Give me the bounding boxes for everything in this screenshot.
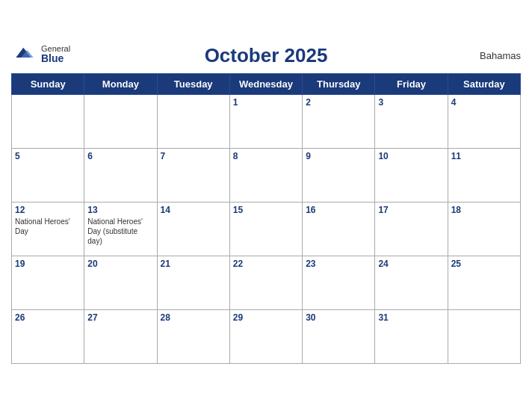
header-wednesday: Wednesday <box>229 73 302 94</box>
header-tuesday: Tuesday <box>157 73 229 94</box>
day-number: 25 <box>451 259 517 269</box>
logo-icon <box>11 46 38 61</box>
day-number: 17 <box>378 205 444 215</box>
calendar-cell: 14 <box>157 202 229 256</box>
day-number: 1 <box>233 97 299 108</box>
day-number: 3 <box>378 97 444 108</box>
week-row-4: 19202122232425 <box>12 256 521 309</box>
calendar-cell: 4 <box>448 94 520 148</box>
calendar-cell: 18 <box>448 202 520 256</box>
week-row-5: 262728293031 <box>12 309 521 363</box>
header-saturday: Saturday <box>448 73 520 94</box>
calendar-cell: 16 <box>303 202 375 256</box>
month-year-title: October 2025 <box>205 44 328 67</box>
day-number: 28 <box>161 312 226 323</box>
calendar-cell: 7 <box>157 148 229 202</box>
day-number: 14 <box>161 205 226 215</box>
calendar-cell: 22 <box>229 256 302 309</box>
day-number: 4 <box>451 97 517 108</box>
day-number: 30 <box>306 312 371 323</box>
day-number: 6 <box>87 151 153 161</box>
calendar-cell: 6 <box>84 148 157 202</box>
calendar-header: General Blue October 2025 Bahamas <box>11 44 521 67</box>
day-number: 20 <box>87 259 153 269</box>
calendar-cell: 25 <box>448 256 520 309</box>
logo-area: General Blue <box>11 44 70 64</box>
day-number: 27 <box>87 312 153 323</box>
day-number: 31 <box>378 312 444 323</box>
day-number: 8 <box>233 151 299 161</box>
holiday-text: National Heroes' Day (substitute day) <box>87 217 153 246</box>
header-sunday: Sunday <box>12 73 84 94</box>
day-number: 12 <box>15 205 81 215</box>
calendar-cell: 11 <box>448 148 520 202</box>
calendar-cell: 9 <box>303 148 375 202</box>
day-number: 22 <box>233 259 299 269</box>
calendar-cell <box>448 309 520 363</box>
calendar-cell: 1 <box>229 94 302 148</box>
calendar-cell <box>84 94 157 148</box>
calendar-cell: 19 <box>12 256 84 309</box>
day-number: 11 <box>451 151 517 161</box>
holiday-text: National Heroes' Day <box>15 217 81 236</box>
calendar-cell: 23 <box>303 256 375 309</box>
week-row-1: 1234 <box>12 94 521 148</box>
day-number: 7 <box>161 151 226 161</box>
calendar-cell: 8 <box>229 148 302 202</box>
calendar-cell: 17 <box>375 202 448 256</box>
day-number: 23 <box>306 259 371 269</box>
day-number: 18 <box>451 205 517 215</box>
calendar-cell: 26 <box>12 309 84 363</box>
calendar-cell: 12National Heroes' Day <box>12 202 84 256</box>
day-number: 5 <box>15 151 81 161</box>
calendar-cell: 27 <box>84 309 157 363</box>
header-monday: Monday <box>84 73 157 94</box>
day-number: 9 <box>306 151 371 161</box>
calendar-cell: 3 <box>375 94 448 148</box>
calendar-cell <box>157 94 229 148</box>
calendar-cell: 13National Heroes' Day (substitute day) <box>84 202 157 256</box>
day-number: 19 <box>15 259 81 269</box>
calendar-cell <box>12 94 84 148</box>
calendar-cell: 10 <box>375 148 448 202</box>
week-row-2: 567891011 <box>12 148 521 202</box>
calendar-cell: 30 <box>303 309 375 363</box>
week-row-3: 12National Heroes' Day13National Heroes'… <box>12 202 521 256</box>
calendar-cell: 5 <box>12 148 84 202</box>
weekday-header-row: Sunday Monday Tuesday Wednesday Thursday… <box>12 73 521 94</box>
day-number: 2 <box>306 97 371 108</box>
calendar-table: Sunday Monday Tuesday Wednesday Thursday… <box>11 73 521 364</box>
day-number: 24 <box>378 259 444 269</box>
day-number: 15 <box>233 205 299 215</box>
day-number: 13 <box>87 205 153 215</box>
calendar-cell: 15 <box>229 202 302 256</box>
logo-text-area: General Blue <box>41 44 70 64</box>
day-number: 10 <box>378 151 444 161</box>
calendar-cell: 28 <box>157 309 229 363</box>
day-number: 29 <box>233 312 299 323</box>
header-thursday: Thursday <box>303 73 375 94</box>
logo-blue-text: Blue <box>41 53 70 64</box>
calendar-cell: 20 <box>84 256 157 309</box>
day-number: 16 <box>306 205 371 215</box>
calendar-wrapper: General Blue October 2025 Bahamas Sunday… <box>0 37 532 375</box>
calendar-cell: 2 <box>303 94 375 148</box>
calendar-cell: 31 <box>375 309 448 363</box>
logo-general-text: General <box>41 44 70 53</box>
day-number: 21 <box>161 259 226 269</box>
day-number: 26 <box>15 312 81 323</box>
header-friday: Friday <box>375 73 448 94</box>
country-label: Bahamas <box>480 50 521 61</box>
calendar-cell: 21 <box>157 256 229 309</box>
calendar-cell: 29 <box>229 309 302 363</box>
calendar-cell: 24 <box>375 256 448 309</box>
